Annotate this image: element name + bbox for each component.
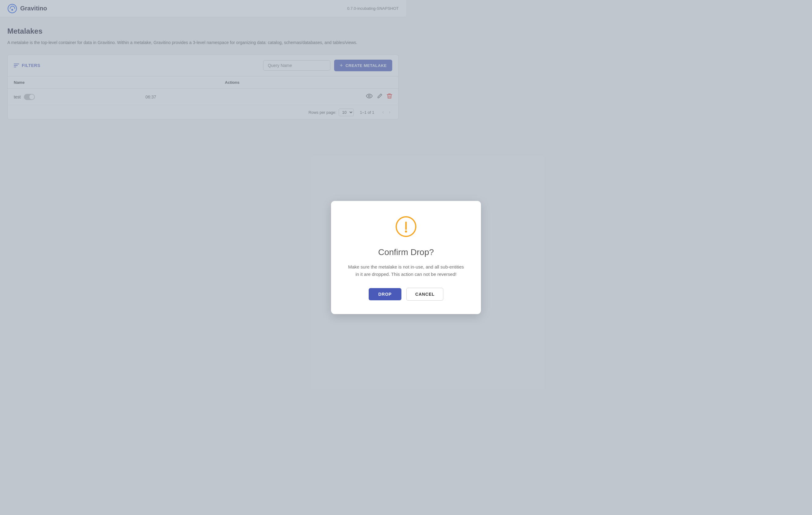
svg-point-5	[405, 231, 406, 233]
modal-title: Confirm Drop?	[347, 247, 406, 257]
warning-icon	[395, 216, 406, 238]
modal-overlay: Confirm Drop? Make sure the metalake is …	[0, 0, 406, 258]
confirm-drop-modal: Confirm Drop? Make sure the metalake is …	[331, 201, 406, 258]
svg-point-3	[396, 217, 406, 236]
